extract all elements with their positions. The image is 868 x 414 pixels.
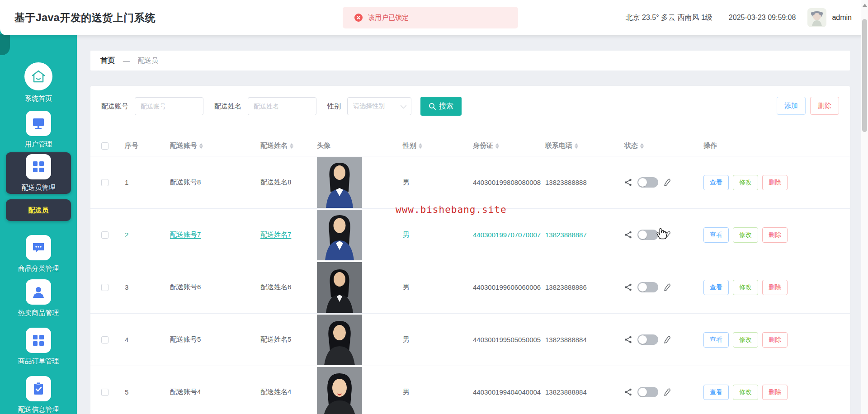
share-icon[interactable]	[624, 231, 632, 239]
cell-account[interactable]: 配送账号7	[170, 231, 260, 239]
locked-toast: 该用户已锁定	[343, 7, 518, 28]
monitor-icon	[26, 111, 51, 136]
view-button[interactable]: 查看	[703, 385, 729, 400]
col-name[interactable]: 配送姓名	[260, 141, 317, 150]
avatar[interactable]	[807, 8, 826, 27]
pen-icon[interactable]	[664, 388, 671, 396]
sidebar-item-label: 用户管理	[25, 140, 52, 149]
share-icon[interactable]	[624, 388, 632, 396]
cell-operations: 查看 修改 删除	[703, 227, 839, 243]
sidebar-item-delivery-info[interactable]: 配送信息管理	[0, 376, 77, 414]
delete-row-button[interactable]: 删除	[762, 227, 788, 243]
scrollbar-thumb[interactable]	[862, 19, 867, 132]
cell-status	[624, 230, 703, 240]
sidebar-item-categories[interactable]: 商品分类管理	[0, 235, 77, 273]
status-toggle[interactable]	[637, 334, 658, 345]
share-icon[interactable]	[624, 179, 632, 186]
sidebar-item-home[interactable]: 系统首页	[0, 62, 77, 103]
edit-button[interactable]: 修改	[733, 280, 758, 295]
delete-row-button[interactable]: 删除	[762, 385, 788, 400]
sidebar-item-couriers-mgmt[interactable]: 配送员管理	[6, 152, 71, 194]
row-checkbox[interactable]	[101, 284, 108, 291]
courier-photo	[317, 367, 362, 414]
status-toggle[interactable]	[637, 387, 658, 397]
search-icon	[429, 103, 436, 110]
delete-row-button[interactable]: 删除	[762, 332, 788, 348]
chevron-down-icon	[401, 103, 406, 108]
toast-message: 该用户已锁定	[368, 14, 409, 22]
breadcrumb-home[interactable]: 首页	[100, 56, 115, 66]
col-account[interactable]: 配送账号	[170, 141, 260, 150]
sort-icon[interactable]	[419, 143, 422, 149]
cell-idcard: 440300199707070007	[473, 231, 545, 239]
view-button[interactable]: 查看	[703, 227, 729, 243]
scroll-up-icon[interactable]	[863, 4, 867, 7]
sidebar-item-orders[interactable]: 商品订单管理	[0, 328, 77, 366]
table-row[interactable]: 4 配送账号5 配送姓名5 男 440300199505050005 13823…	[90, 314, 850, 366]
cell-status	[624, 282, 703, 292]
select-all-checkbox[interactable]	[101, 142, 108, 150]
status-toggle[interactable]	[637, 177, 658, 188]
delete-row-button[interactable]: 删除	[762, 175, 788, 190]
sidebar-item-label: 配送员管理	[22, 183, 56, 192]
view-button[interactable]: 查看	[703, 175, 729, 190]
sort-icon[interactable]	[290, 143, 293, 149]
table-row[interactable]: 1 配送账号8 配送姓名8 男 440300199808080008 13823…	[90, 156, 850, 209]
edit-button[interactable]: 修改	[733, 385, 758, 400]
row-checkbox[interactable]	[101, 336, 108, 343]
edit-button[interactable]: 修改	[733, 332, 758, 348]
sort-icon[interactable]	[495, 143, 499, 149]
view-button[interactable]: 查看	[703, 280, 729, 295]
view-button[interactable]: 查看	[703, 332, 729, 348]
name-filter-label: 配送姓名	[214, 102, 241, 111]
cell-operations: 查看 修改 删除	[703, 385, 839, 400]
cell-gender: 男	[403, 231, 473, 239]
vertical-scrollbar[interactable]	[861, 0, 868, 414]
table-row-hovered[interactable]: 2 配送账号7 配送姓名7 男 440300199707070007 13823…	[90, 209, 850, 261]
status-toggle[interactable]	[637, 282, 658, 292]
cell-idcard: 440300199505050005	[473, 336, 545, 343]
cell-name[interactable]: 配送姓名7	[260, 231, 317, 239]
table-row[interactable]: 3 配送账号6 配送姓名6 男 440300199606060006 13823…	[90, 261, 850, 314]
sort-icon[interactable]	[640, 143, 644, 149]
pen-icon[interactable]	[664, 283, 671, 292]
col-gender[interactable]: 性别	[403, 141, 473, 150]
delete-button[interactable]: 删除	[810, 97, 839, 115]
delete-row-button[interactable]: 删除	[762, 280, 788, 295]
name-filter-input[interactable]	[248, 97, 316, 115]
share-icon[interactable]	[624, 283, 632, 291]
row-checkbox[interactable]	[101, 389, 108, 396]
cell-name: 配送姓名6	[260, 283, 317, 292]
account-filter-label: 配送账号	[101, 102, 128, 111]
sidebar-item-hot-products[interactable]: 热卖商品管理	[0, 279, 77, 317]
clipboard-icon	[26, 376, 51, 401]
search-button[interactable]: 搜索	[420, 97, 462, 116]
col-idcard[interactable]: 身份证	[473, 141, 545, 150]
edit-button[interactable]: 修改	[733, 175, 758, 190]
status-toggle[interactable]	[637, 230, 658, 240]
row-checkbox[interactable]	[101, 179, 108, 186]
sidebar-subitem-courier[interactable]: 配送员	[6, 199, 71, 221]
breadcrumb-current: 配送员	[138, 56, 158, 65]
col-phone[interactable]: 联系电话	[545, 141, 624, 150]
col-index[interactable]: 序号	[125, 141, 170, 150]
account-filter-input[interactable]	[135, 97, 203, 115]
pen-icon[interactable]	[664, 231, 671, 239]
share-icon[interactable]	[624, 336, 632, 343]
cell-index: 3	[125, 283, 170, 291]
pen-icon[interactable]	[664, 179, 671, 187]
add-button[interactable]: 添加	[777, 97, 806, 115]
edit-button[interactable]: 修改	[733, 227, 758, 243]
sidebar-item-users[interactable]: 用户管理	[0, 111, 77, 149]
row-checkbox[interactable]	[101, 231, 108, 239]
gender-select[interactable]: 请选择性别	[347, 97, 411, 115]
breadcrumb: 首页 — 配送员	[90, 51, 850, 71]
sort-icon[interactable]	[575, 143, 578, 149]
table-row[interactable]: 5 配送账号4 配送姓名4 男 440300199404040004 13823…	[90, 366, 850, 414]
search-button-label: 搜索	[439, 102, 453, 111]
pen-icon[interactable]	[664, 336, 671, 344]
sort-icon[interactable]	[199, 143, 203, 149]
col-status[interactable]: 状态	[624, 141, 703, 150]
courier-photo	[317, 315, 362, 365]
username[interactable]: admin	[832, 14, 852, 22]
